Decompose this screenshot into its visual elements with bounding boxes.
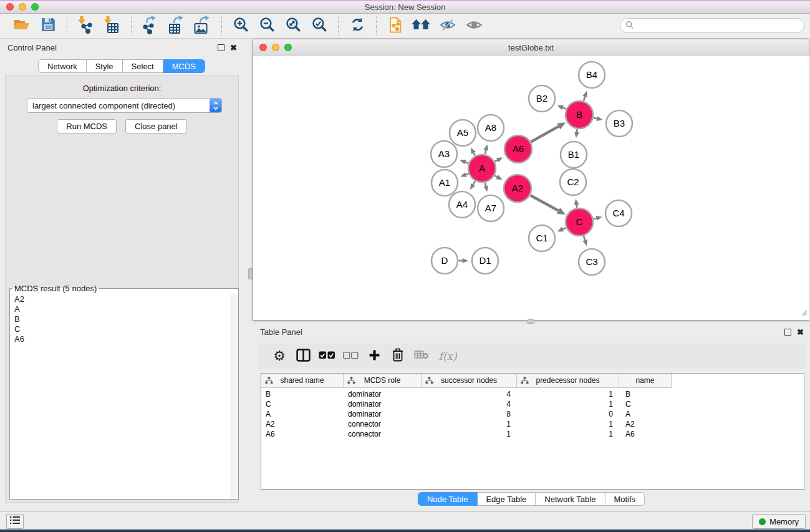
table-cell[interactable]: 1	[517, 390, 619, 399]
table-cell[interactable]: 1	[422, 430, 517, 438]
criterion-dropdown[interactable]: largest connected component (directed)	[27, 98, 222, 113]
graph-edge-B-B4[interactable]	[584, 97, 585, 101]
graph-edge-B-B2[interactable]	[562, 108, 566, 109]
table-cell[interactable]: 4	[422, 400, 517, 409]
close-table-panel-icon[interactable]: ✖	[797, 328, 804, 336]
run-mcds-button[interactable]: Run MCDS	[57, 119, 117, 133]
mcds-result-item[interactable]: A6	[11, 334, 231, 344]
graph-edge-A-A1[interactable]	[466, 173, 468, 175]
table-cell[interactable]: 8	[422, 410, 517, 418]
graph-edge-A-A5[interactable]	[473, 153, 475, 155]
tab-node-table[interactable]: Node Table	[418, 492, 478, 506]
tab-network-table[interactable]: Network Table	[536, 492, 605, 506]
window-resize-grip[interactable]	[800, 307, 808, 319]
export-network-button[interactable]	[140, 16, 160, 36]
graph-node-A1[interactable]: A1	[432, 170, 458, 196]
mcds-result-item[interactable]: A	[11, 304, 231, 314]
table-cell[interactable]: A2	[261, 420, 344, 428]
graph-edge-A-A6[interactable]	[495, 160, 498, 162]
tab-select[interactable]: Select	[123, 59, 163, 73]
save-session-button[interactable]	[38, 16, 58, 36]
network-window-titlebar[interactable]: testGlobe.txt	[253, 39, 809, 56]
mcds-result-item[interactable]: C	[11, 324, 231, 334]
graph-edge-B-B1[interactable]	[577, 129, 577, 132]
show-columns-button[interactable]	[291, 346, 315, 367]
graph-node-A[interactable]: A	[468, 155, 496, 182]
function-builder-button[interactable]: f(x)	[433, 346, 462, 367]
zoom-fit-button[interactable]	[283, 16, 303, 36]
export-image-button[interactable]	[193, 16, 213, 36]
show-graphics-details-button[interactable]	[464, 16, 484, 36]
graph-node-B3[interactable]: B3	[606, 110, 632, 137]
table-cell[interactable]: A6	[619, 430, 672, 438]
table-cell[interactable]: B	[619, 390, 672, 399]
create-column-button[interactable]	[362, 346, 386, 367]
result-scrollbar[interactable]	[231, 294, 238, 498]
show-panels-button[interactable]	[6, 514, 24, 529]
graph-node-D1[interactable]: D1	[472, 248, 498, 274]
table-cell[interactable]: A	[261, 410, 344, 418]
graph-node-B[interactable]: B	[566, 101, 593, 128]
table-row[interactable]: A6connector11A6	[261, 429, 804, 439]
graph-node-B1[interactable]: B1	[561, 142, 587, 168]
mcds-result-item[interactable]: B	[11, 314, 231, 324]
graph-edge-C-C3[interactable]	[584, 236, 585, 240]
tab-motifs[interactable]: Motifs	[605, 492, 645, 506]
import-table-button[interactable]	[102, 16, 122, 36]
table-cell[interactable]: A6	[261, 430, 344, 438]
table-cell[interactable]: C	[261, 400, 344, 409]
graph-edge-A-A7[interactable]	[485, 183, 486, 186]
table-row[interactable]: Adominator80A	[261, 409, 804, 419]
float-panel-icon[interactable]	[218, 44, 224, 51]
import-network-button[interactable]	[76, 16, 96, 36]
unselect-all-columns-button[interactable]	[339, 346, 362, 367]
close-panel-button[interactable]: Close panel	[125, 119, 187, 133]
table-cell[interactable]: connector	[344, 430, 422, 438]
close-panel-icon[interactable]: ✖	[230, 44, 237, 52]
delete-table-button[interactable]	[410, 346, 433, 367]
zoom-out-button[interactable]	[257, 16, 277, 36]
graph-edge-A-A4[interactable]	[473, 181, 475, 185]
table-cell[interactable]: C	[619, 400, 672, 409]
graph-edge-A2-C[interactable]	[531, 195, 559, 211]
delete-column-button[interactable]	[386, 346, 410, 367]
column-header-shared-name[interactable]: shared name	[261, 374, 344, 388]
table-row[interactable]: A2connector11A2	[261, 419, 804, 429]
graph-edge-C-C2[interactable]	[577, 205, 577, 208]
graph-node-B4[interactable]: B4	[579, 62, 605, 88]
table-settings-button[interactable]: ⚙	[268, 346, 291, 367]
search-input[interactable]	[637, 21, 799, 31]
mcds-result-list[interactable]: A2ABCA6	[11, 294, 231, 498]
graph-node-C3[interactable]: C3	[579, 249, 605, 275]
graph-node-D[interactable]: D	[432, 248, 458, 274]
column-header-predecessor-nodes[interactable]: predecessor nodes	[517, 374, 619, 388]
select-all-columns-button[interactable]	[315, 346, 339, 367]
graph-edge-C-C4[interactable]	[594, 218, 596, 219]
graph-node-C4[interactable]: C4	[605, 200, 632, 226]
table-cell[interactable]: B	[261, 390, 344, 399]
table-cell[interactable]: dominator	[344, 400, 422, 409]
tab-edge-table[interactable]: Edge Table	[477, 492, 536, 506]
table-cell[interactable]: 1	[422, 420, 517, 428]
table-row[interactable]: Bdominator41B	[261, 389, 804, 399]
graph-edge-C-C1[interactable]	[562, 228, 566, 229]
table-cell[interactable]: 4	[422, 390, 517, 399]
tab-style[interactable]: Style	[87, 59, 123, 73]
table-cell[interactable]: A2	[619, 420, 672, 428]
column-header-successor-nodes[interactable]: successor nodes	[422, 374, 517, 388]
zoom-selected-button[interactable]	[309, 16, 329, 36]
table-cell[interactable]: 1	[517, 420, 619, 428]
open-session-button[interactable]	[12, 16, 32, 36]
search-field[interactable]	[620, 18, 804, 33]
graph-node-A7[interactable]: A7	[478, 195, 504, 221]
graph-node-A2[interactable]: A2	[504, 175, 531, 202]
network-canvas[interactable]: B4B2BB3B1A5A8A6A3AA1A4A7A2C2CC4C1C3DD1	[254, 56, 809, 320]
graph-edge-A-A8[interactable]	[485, 150, 486, 154]
graph-node-C[interactable]: C	[566, 208, 593, 236]
table-row[interactable]: Cdominator41C	[261, 399, 804, 409]
tab-network[interactable]: Network	[38, 59, 87, 73]
new-network-from-file-button[interactable]	[385, 16, 405, 36]
table-cell[interactable]: 1	[517, 400, 619, 409]
node-table[interactable]: shared nameMCDS rolesuccessor nodesprede…	[261, 373, 804, 490]
graph-node-A8[interactable]: A8	[478, 115, 504, 141]
